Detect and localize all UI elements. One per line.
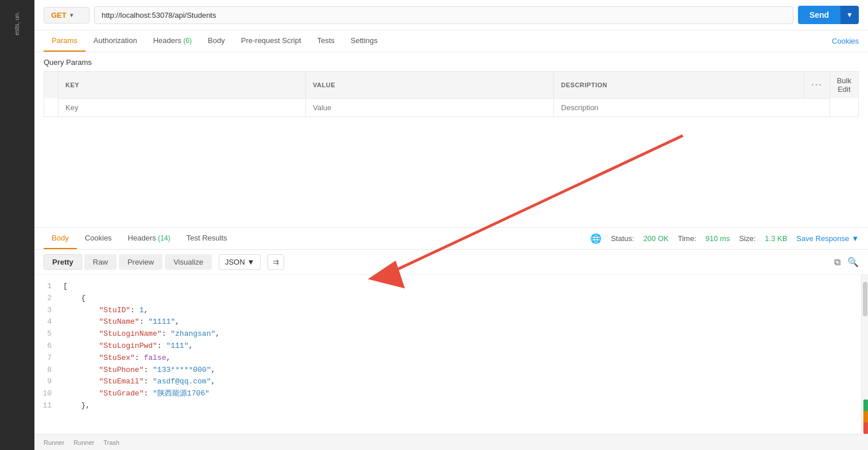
code-line-10: 10 "StuGrade": "陕西能源1706" bbox=[34, 388, 861, 400]
globe-icon: 🌐 bbox=[590, 233, 602, 244]
col-desc: DESCRIPTION bbox=[554, 72, 804, 99]
filter-button[interactable]: ⇉ bbox=[268, 254, 284, 270]
tab-pre-request[interactable]: Pre-request Script bbox=[233, 30, 309, 52]
filter-icon: ⇉ bbox=[273, 258, 279, 266]
runner-button[interactable]: Runner bbox=[44, 439, 64, 446]
code-line-3: 3 "StuID": 1, bbox=[34, 305, 861, 317]
url-bar-row: GET ▼ Send ▼ bbox=[34, 0, 868, 30]
search-button[interactable]: 🔍 bbox=[847, 257, 859, 267]
json-label: JSON bbox=[225, 258, 245, 266]
bottom-bar: Runner Runner Trash bbox=[34, 434, 868, 450]
send-btn-group: Send ▼ bbox=[798, 6, 859, 24]
divider-area bbox=[34, 117, 868, 228]
size-value: 1.3 KB bbox=[765, 234, 787, 243]
key-input[interactable] bbox=[65, 103, 299, 112]
params-table: KEY VALUE DESCRIPTION ··· Bulk Edit bbox=[44, 71, 859, 117]
trash-button[interactable]: Trash bbox=[103, 439, 119, 446]
tab-params[interactable]: Params bbox=[44, 30, 86, 52]
scrollbar-area[interactable] bbox=[861, 275, 868, 434]
code-line-7: 7 "StuSex": false, bbox=[34, 352, 861, 364]
code-line-9: 9 "StuEmail": "asdf@qq.com", bbox=[34, 376, 861, 388]
json-chevron-icon: ▼ bbox=[247, 258, 255, 266]
response-tabs-row: Body Cookies Headers (14) Test Results 🌐… bbox=[34, 228, 868, 250]
value-input[interactable] bbox=[313, 103, 547, 112]
headers-badge: (6) bbox=[183, 37, 192, 45]
sidebar-text: ests, un. bbox=[10, 6, 24, 41]
send-button[interactable]: Send bbox=[798, 6, 840, 24]
status-label: Status: bbox=[611, 234, 634, 243]
code-line-8: 8 "StuPhone": "133*****000", bbox=[34, 364, 861, 377]
format-tabs-row: Pretty Raw Preview Visualize JSON ▼ ⇉ ⧉ … bbox=[34, 250, 868, 275]
code-line-4: 4 "StuName": "1111", bbox=[34, 316, 861, 328]
code-line-1: 1 [ bbox=[34, 281, 861, 293]
response-section: Body Cookies Headers (14) Test Results 🌐… bbox=[34, 227, 868, 434]
response-meta: 🌐 Status: 200 OK Time: 910 ms Size: 1.3 … bbox=[590, 233, 859, 244]
tab-body[interactable]: Body bbox=[200, 30, 233, 52]
tab-settings[interactable]: Settings bbox=[343, 30, 386, 52]
time-value: 910 ms bbox=[706, 234, 730, 243]
main-content: GET ▼ Send ▼ Params Authorization Header… bbox=[34, 0, 868, 450]
col-actions: ··· bbox=[804, 72, 830, 99]
save-response-button[interactable]: Save Response ▼ bbox=[796, 234, 859, 243]
runner2-button[interactable]: Runner bbox=[73, 439, 94, 446]
save-response-label: Save Response bbox=[796, 234, 849, 243]
response-tab-body[interactable]: Body bbox=[44, 228, 77, 249]
method-select[interactable]: GET ▼ bbox=[44, 7, 90, 24]
tab-headers[interactable]: Headers (6) bbox=[145, 30, 200, 52]
response-tab-headers[interactable]: Headers (14) bbox=[120, 228, 179, 249]
response-tab-test-results[interactable]: Test Results bbox=[179, 228, 235, 249]
size-label: Size: bbox=[739, 234, 755, 243]
cookies-link[interactable]: Cookies bbox=[832, 31, 859, 51]
format-tab-pretty[interactable]: Pretty bbox=[44, 254, 82, 270]
color-bar-indicator bbox=[863, 399, 868, 434]
request-tabs-row: Params Authorization Headers (6) Body Pr… bbox=[34, 30, 868, 52]
code-line-5: 5 "StuLoginName": "zhangsan", bbox=[34, 328, 861, 340]
format-tab-preview[interactable]: Preview bbox=[119, 254, 162, 270]
url-input[interactable] bbox=[94, 6, 793, 24]
col-value: VALUE bbox=[306, 72, 554, 99]
response-tab-cookies[interactable]: Cookies bbox=[77, 228, 120, 249]
params-empty-row bbox=[44, 98, 859, 117]
send-dropdown-button[interactable]: ▼ bbox=[840, 6, 859, 24]
time-label: Time: bbox=[678, 234, 696, 243]
query-params-title: Query Params bbox=[44, 58, 859, 67]
code-line-6: 6 "StuLoginPwd": "111", bbox=[34, 340, 861, 352]
format-tab-visualize[interactable]: Visualize bbox=[165, 254, 212, 270]
format-tab-raw[interactable]: Raw bbox=[84, 254, 117, 270]
scrollbar-thumb[interactable] bbox=[863, 282, 867, 316]
code-line-2: 2 { bbox=[34, 293, 861, 305]
code-line-11: 11 }, bbox=[34, 400, 861, 412]
desc-input[interactable] bbox=[561, 103, 822, 112]
method-label: GET bbox=[51, 11, 67, 20]
code-display: 1 [ 2 { 3 "StuID": 1, 4 "StuNa bbox=[34, 275, 861, 434]
method-chevron-icon: ▼ bbox=[69, 12, 75, 18]
bulk-edit-button[interactable]: Bulk Edit bbox=[837, 76, 851, 94]
copy-button[interactable]: ⧉ bbox=[834, 257, 840, 267]
tab-authorization[interactable]: Authorization bbox=[86, 30, 145, 52]
copy-icon: ⧉ bbox=[834, 257, 840, 267]
status-value: 200 OK bbox=[644, 234, 669, 243]
col-key: KEY bbox=[59, 72, 306, 99]
more-icon[interactable]: ··· bbox=[811, 80, 822, 90]
sidebar: ests, un. bbox=[0, 0, 34, 450]
bulk-edit-th: Bulk Edit bbox=[830, 72, 858, 99]
query-params-section: Query Params KEY VALUE DESCRIPTION ··· B… bbox=[34, 52, 868, 117]
json-format-select[interactable]: JSON ▼ bbox=[219, 254, 261, 270]
resp-headers-badge: (14) bbox=[158, 234, 170, 242]
tab-tests[interactable]: Tests bbox=[309, 30, 343, 52]
search-icon: 🔍 bbox=[847, 257, 859, 267]
save-chevron-icon: ▼ bbox=[851, 234, 859, 243]
